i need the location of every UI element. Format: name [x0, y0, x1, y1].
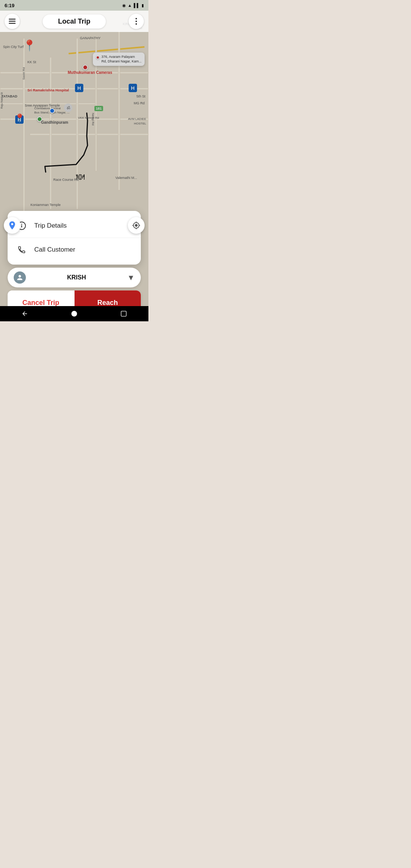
svg-point-3: [135, 18, 137, 19]
battery-icon: ▮: [142, 3, 144, 8]
nav-bar: [0, 306, 148, 321]
top-bar: Local Trip: [0, 11, 148, 32]
back-button[interactable]: [19, 308, 30, 319]
status-icons: ◉ ▲ ▌▌ ▮: [122, 3, 144, 8]
page-title: Local Trip: [43, 14, 105, 29]
home-button[interactable]: [68, 308, 80, 319]
maps-button[interactable]: [4, 217, 21, 234]
home-circle-icon: [71, 310, 78, 317]
svg-rect-1: [9, 21, 16, 22]
svg-point-9: [72, 311, 77, 317]
popup-menu: Trip Details Call Customer: [8, 211, 141, 265]
svg-rect-0: [9, 19, 16, 20]
hamburger-icon: [9, 19, 16, 24]
call-customer-label: Call Customer: [34, 246, 75, 254]
svg-point-5: [135, 23, 137, 25]
bottom-area: Trip Details Call Customer KRISH ▼ Cance…: [0, 211, 148, 321]
chevron-down-icon[interactable]: ▼: [127, 273, 135, 282]
driver-bar: KRISH ▼: [8, 268, 141, 287]
trip-details-button[interactable]: Trip Details: [8, 214, 141, 238]
svg-rect-2: [9, 23, 16, 24]
locate-button[interactable]: [128, 217, 145, 234]
status-time: 6:19: [5, 3, 14, 8]
svg-rect-10: [121, 311, 126, 316]
location-icon: ◉: [122, 3, 126, 8]
driver-avatar: [14, 271, 26, 284]
more-button[interactable]: [129, 14, 144, 29]
wifi-icon: ▲: [128, 3, 132, 8]
signal-icon: ▌▌: [134, 3, 140, 8]
avatar-icon: [16, 274, 24, 281]
phone-icon: [17, 245, 27, 255]
trip-details-label: Trip Details: [34, 222, 67, 230]
locate-icon: [132, 221, 140, 230]
maps-icon: [7, 220, 17, 230]
driver-name: KRISH: [26, 274, 127, 281]
back-icon: [21, 310, 28, 317]
more-icon: [135, 18, 137, 25]
svg-rect-8: [21, 225, 22, 228]
recents-icon: [121, 311, 127, 317]
svg-point-7: [21, 224, 22, 225]
recents-button[interactable]: [118, 308, 129, 319]
status-bar: 6:19 ◉ ▲ ▌▌ ▮: [0, 0, 148, 11]
svg-point-4: [135, 21, 137, 22]
menu-button[interactable]: [5, 14, 20, 29]
call-customer-button[interactable]: Call Customer: [8, 238, 141, 262]
